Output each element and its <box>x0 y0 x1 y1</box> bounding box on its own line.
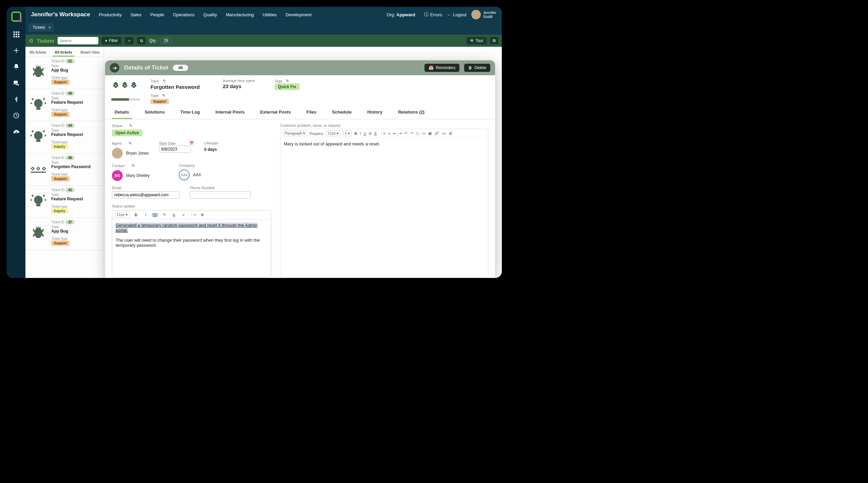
copy-button[interactable]: ⧉ <box>137 37 146 44</box>
nav-development[interactable]: Development <box>285 12 312 17</box>
agent-avatar <box>112 148 123 159</box>
edit-tags-icon[interactable]: ✎ <box>286 79 289 83</box>
chat-icon[interactable] <box>13 79 20 87</box>
ptab-history[interactable]: History <box>364 107 385 119</box>
cloud-icon[interactable] <box>13 128 20 136</box>
ptab-details[interactable]: Details <box>112 107 132 119</box>
panel-back-button[interactable]: ➔ <box>110 63 119 73</box>
edit-type-icon[interactable]: ✎ <box>162 93 165 98</box>
video-button[interactable]: ▭ <box>422 131 426 136</box>
ptab-relations[interactable]: Relations (2) <box>395 107 427 119</box>
ptab-schedule[interactable]: Schedule <box>329 107 354 119</box>
redo-button[interactable]: ↷ <box>410 131 413 136</box>
svg-point-10 <box>34 99 43 107</box>
filter-button[interactable]: ▾Filter <box>102 37 121 44</box>
user-menu[interactable]: JenniferSistilli <box>471 10 496 19</box>
gear-icon[interactable]: ⚙ <box>29 38 34 44</box>
edit-topic-icon[interactable]: ✎ <box>163 79 166 83</box>
calendar-icon: 📅 <box>429 65 434 70</box>
tab-board-view[interactable]: Board View <box>79 49 102 57</box>
ticket-item[interactable]: Ticket ID 44 Topic Feature Request Ticke… <box>25 121 104 154</box>
ptab-solutions[interactable]: Solutions <box>142 107 167 119</box>
align-button[interactable]: ≡ <box>180 213 186 217</box>
search-input[interactable] <box>58 37 98 44</box>
calendar-icon[interactable]: 📅 <box>189 141 194 145</box>
edit-button[interactable]: ✎ <box>161 213 167 217</box>
edit-agent-icon[interactable]: ✎ <box>129 141 132 146</box>
delete-button[interactable]: 🗑Delete <box>464 64 490 72</box>
insert-button[interactable]: ⊞ <box>199 213 205 217</box>
company-name: AAX <box>193 173 201 177</box>
edit-contact-icon[interactable]: ✎ <box>132 163 135 168</box>
list-button[interactable]: ⋮≡ <box>190 213 196 217</box>
lineheight-select[interactable]: 1 ▾ <box>343 130 352 136</box>
nav-manufacturing[interactable]: Manufacturing <box>226 12 254 17</box>
svg-rect-3 <box>13 34 15 35</box>
expand-button[interactable]: ⊞ <box>449 131 452 136</box>
tab-tickets[interactable]: Tickets✕ <box>29 24 54 31</box>
link-button[interactable]: 🔗 <box>434 131 439 136</box>
outdent-button[interactable]: ⇤ <box>393 131 396 136</box>
para-select[interactable]: Paragraph ▾ <box>283 130 307 136</box>
ticket-item[interactable]: Ticket ID 41 Topic Feature Request Ticke… <box>25 186 104 218</box>
ul-button[interactable]: ⋮≡ <box>379 131 385 136</box>
ticket-icon <box>28 91 48 118</box>
logout-button[interactable]: ←Logout <box>447 12 467 17</box>
nav-operations[interactable]: Operations <box>173 12 195 17</box>
qty-value[interactable]: 25 <box>160 38 172 44</box>
nav-productivity[interactable]: Productivity <box>99 12 122 17</box>
underline-button[interactable]: U <box>152 213 158 217</box>
company-avatar: AAX <box>179 169 190 180</box>
plus-icon[interactable] <box>13 47 20 54</box>
bold-button[interactable]: B <box>354 132 357 136</box>
ptab-files[interactable]: Files <box>304 107 319 119</box>
bold-button[interactable]: B <box>133 213 139 217</box>
underline-button[interactable]: U <box>363 132 366 136</box>
image-button[interactable]: ▢ <box>416 131 419 136</box>
ptab-timelog[interactable]: Time Log <box>178 107 203 119</box>
email-input[interactable] <box>112 191 180 199</box>
indent-button[interactable]: ⇥ <box>399 131 402 136</box>
info-icon: ⓘ <box>424 12 429 18</box>
bell-icon[interactable] <box>13 63 20 71</box>
align-button[interactable]: ≡ <box>388 132 390 136</box>
ptab-external[interactable]: External Posts <box>257 107 293 119</box>
font-select[interactable]: Poppins <box>310 132 323 136</box>
tab-all-tickets[interactable]: All tickets <box>53 49 74 57</box>
errors-button[interactable]: ⓘErrors <box>424 12 442 18</box>
textcolor-button[interactable]: A <box>374 132 377 136</box>
tour-button[interactable]: 👁Tour <box>467 37 487 44</box>
settings-button[interactable]: ⚙ <box>490 37 498 44</box>
description-text[interactable]: Mary is locked out of appward and needs … <box>280 138 488 277</box>
run-icon[interactable] <box>13 96 20 103</box>
tab-my-tickets[interactable]: My tickets <box>27 49 48 57</box>
ticket-item[interactable]: Ticket ID 46 Topic Forgotten Password Ti… <box>25 154 104 186</box>
color-button[interactable]: A <box>171 213 177 217</box>
start-date-input[interactable] <box>159 145 191 153</box>
close-tab-icon[interactable]: ✕ <box>48 25 51 30</box>
nav-sales[interactable]: Sales <box>131 12 142 17</box>
description-editor[interactable]: Paragraph ▾ Poppins 11px ▾ 1 ▾ B I U S A… <box>280 129 488 277</box>
clock-icon[interactable] <box>13 112 20 119</box>
font-size-select[interactable]: 11px ▾ <box>115 212 130 218</box>
ticket-item[interactable]: Ticket ID 48 Topic Feature Request Ticke… <box>25 89 104 121</box>
ticket-item[interactable]: Ticket ID 52 Topic App Bug Ticket type S… <box>25 57 104 89</box>
add-button[interactable]: ＋ <box>125 37 134 44</box>
strike-button[interactable]: S <box>369 132 371 136</box>
nav-quality[interactable]: Quality <box>203 12 217 17</box>
reminders-button[interactable]: 📅Reminders <box>425 64 459 72</box>
italic-button[interactable]: I <box>360 132 361 136</box>
ptab-internal[interactable]: Internal Posts <box>213 107 247 119</box>
undo-button[interactable]: ↶ <box>405 131 408 136</box>
phone-input[interactable] <box>190 191 251 199</box>
code-button[interactable]: <> <box>442 132 446 136</box>
edit-status-icon[interactable]: ✎ <box>129 123 133 128</box>
nav-people[interactable]: People <box>150 12 164 17</box>
ticket-item[interactable]: Ticket ID 37 Topic App Bug Ticket type S… <box>25 218 104 250</box>
italic-button[interactable]: I <box>142 213 149 217</box>
table-button[interactable]: ▦ <box>428 131 432 136</box>
apps-icon[interactable] <box>13 31 20 38</box>
nav-utilities[interactable]: Utilities <box>262 12 277 17</box>
status-update-editor[interactable]: 11px ▾ B I U ✎ A ≡ ⋮≡ ⊞ Generated a temp… <box>112 210 271 277</box>
size-select[interactable]: 11px ▾ <box>326 130 340 136</box>
